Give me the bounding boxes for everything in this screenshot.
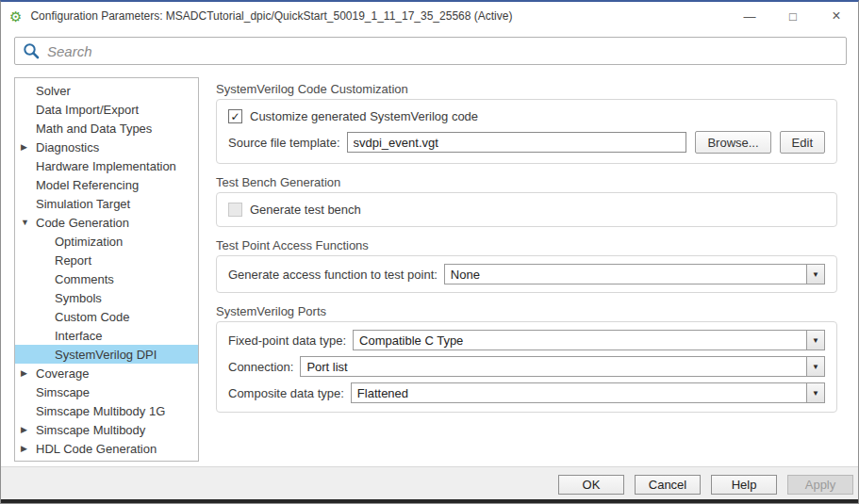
search-box[interactable] (14, 37, 847, 65)
main-panel: SystemVerilog Code Customization ✓ Custo… (216, 77, 837, 413)
sidebar-item-label: Data Import/Export (34, 103, 139, 117)
chevron-down-icon[interactable]: ▼ (806, 265, 824, 284)
sidebar-item-solver[interactable]: Solver (15, 81, 198, 100)
section-title-test-point-access: Test Point Access Functions (216, 238, 837, 252)
search-icon (23, 42, 40, 59)
test-point-dropdown-value: None (445, 265, 806, 284)
fixed-point-row: Fixed-point data type: Compatible C Type… (228, 330, 825, 350)
sidebar-item-diagnostics[interactable]: ▶Diagnostics (15, 138, 198, 156)
edit-button[interactable]: Edit (780, 131, 825, 154)
source-template-input[interactable] (347, 132, 687, 153)
chevron-collapsed-icon[interactable]: ▶ (19, 142, 34, 152)
apply-button: Apply (787, 475, 853, 495)
sidebar-item-label: Simscape (34, 385, 90, 399)
sidebar-item-label: Interface (53, 329, 103, 343)
generate-test-bench-label: Generate test bench (250, 203, 361, 217)
sidebar-item-data-import-export[interactable]: Data Import/Export (15, 100, 198, 119)
sidebar-tree: SolverData Import/ExportMath and Data Ty… (14, 77, 199, 462)
sidebar-item-code-generation[interactable]: ▼Code Generation (15, 213, 198, 232)
section-panel-test-bench: Generate test bench (216, 192, 837, 227)
connection-row: Connection: Port list ▼ (228, 356, 825, 377)
composite-label: Composite data type: (228, 386, 344, 400)
section-panel-test-point: Generate access function to test point: … (216, 255, 837, 293)
connection-label: Connection: (228, 360, 293, 374)
section-title-test-bench-generation: Test Bench Generation (216, 175, 837, 189)
source-template-label: Source file template: (228, 136, 340, 150)
sidebar-item-hdl-code-generation[interactable]: ▶HDL Code Generation (15, 439, 198, 458)
sidebar-item-simscape-multibody[interactable]: ▶Simscape Multibody (15, 420, 198, 439)
customize-code-label: Customize generated SystemVerilog code (250, 109, 478, 123)
sidebar-item-label: Symbols (53, 291, 102, 305)
sidebar-item-label: Custom Code (53, 310, 129, 324)
source-template-row: Source file template: Browse... Edit (228, 131, 825, 154)
app-gear-icon: ⚙ (9, 9, 22, 24)
search-input[interactable] (47, 43, 838, 59)
test-point-label: Generate access function to test point: (228, 268, 438, 282)
sidebar-item-report[interactable]: Report (15, 251, 198, 269)
chevron-collapsed-icon[interactable]: ▶ (19, 425, 34, 434)
chevron-down-icon[interactable]: ▼ (806, 383, 824, 402)
minimize-button[interactable]: — (728, 2, 771, 30)
sidebar-item-math-and-data-types[interactable]: Math and Data Types (15, 119, 198, 138)
sidebar-item-label: Simscape Multibody 1G (34, 404, 165, 418)
customize-code-row: ✓ Customize generated SystemVerilog code (228, 109, 825, 123)
chevron-collapsed-icon[interactable]: ▶ (19, 444, 34, 453)
sidebar-item-model-referencing[interactable]: Model Referencing (15, 175, 198, 194)
footer-buttons: OKCancelHelpApply (548, 475, 853, 495)
section-title-systemverilog-code-customization: SystemVerilog Code Customization (216, 82, 837, 96)
sidebar-item-simscape[interactable]: Simscape (15, 382, 198, 401)
sidebar-item-label: Hardware Implementation (34, 159, 176, 173)
sidebar-item-label: Code Generation (34, 216, 129, 230)
sidebar-item-label: Report (53, 253, 91, 268)
sidebar-item-label: Diagnostics (34, 140, 99, 154)
customize-code-checkbox[interactable]: ✓ (228, 109, 242, 123)
chevron-down-icon[interactable]: ▼ (806, 331, 824, 350)
chevron-collapsed-icon[interactable]: ▶ (19, 368, 34, 378)
sidebar-item-label: Simulation Target (34, 197, 130, 211)
window-controls: — □ × (728, 2, 858, 30)
ok-button[interactable]: OK (558, 475, 624, 495)
connection-dropdown-value: Port list (301, 357, 806, 376)
test-point-row: Generate access function to test point: … (228, 264, 825, 285)
browse-button[interactable]: Browse... (695, 131, 770, 154)
sidebar-item-label: HDL Code Generation (34, 442, 157, 456)
sidebar-item-label: Coverage (34, 366, 89, 381)
sidebar-item-interface[interactable]: Interface (15, 326, 198, 345)
sidebar-item-label: Math and Data Types (34, 122, 152, 136)
close-button[interactable]: × (815, 2, 858, 30)
chevron-expanded-icon[interactable]: ▼ (19, 218, 34, 227)
title-bar: ⚙ Configuration Parameters: MSADCTutoria… (1, 2, 858, 30)
fixed-point-dropdown-value: Compatible C Type (354, 331, 806, 350)
sidebar-item-label: Model Referencing (34, 178, 139, 192)
sidebar-item-label: Optimization (53, 235, 123, 249)
sidebar-item-simulation-target[interactable]: Simulation Target (15, 194, 198, 213)
chevron-down-icon[interactable]: ▼ (806, 357, 824, 376)
sidebar-item-coverage[interactable]: ▶Coverage (15, 364, 198, 382)
sidebar-item-optimization[interactable]: Optimization (15, 232, 198, 251)
sidebar-item-label: Comments (53, 272, 114, 286)
composite-dropdown[interactable]: Flattened ▼ (351, 382, 825, 403)
section-panel-sv-ports: Fixed-point data type: Compatible C Type… (216, 321, 837, 413)
maximize-button[interactable]: □ (771, 2, 815, 30)
composite-row: Composite data type: Flattened ▼ (228, 382, 825, 403)
sidebar-item-label: Solver (34, 84, 71, 98)
sidebar-item-comments[interactable]: Comments (15, 269, 198, 288)
footer-bar: OKCancelHelpApply (1, 466, 858, 499)
window-title: Configuration Parameters: MSADCTutorial_… (30, 9, 512, 23)
section-title-systemverilog-ports: SystemVerilog Ports (216, 304, 837, 318)
sidebar-item-symbols[interactable]: Symbols (15, 288, 198, 307)
fixed-point-dropdown[interactable]: Compatible C Type ▼ (353, 330, 825, 350)
sidebar-item-custom-code[interactable]: Custom Code (15, 307, 198, 326)
cancel-button[interactable]: Cancel (635, 475, 701, 495)
test-point-dropdown[interactable]: None ▼ (444, 264, 825, 285)
generate-test-bench-row: Generate test bench (228, 203, 825, 217)
taskbar-strip (1, 499, 858, 503)
section-panel-code-customization: ✓ Customize generated SystemVerilog code… (216, 99, 837, 164)
sidebar-item-hardware-implementation[interactable]: Hardware Implementation (15, 156, 198, 175)
sidebar-item-simscape-multibody-1g[interactable]: Simscape Multibody 1G (15, 401, 198, 420)
configuration-parameters-dialog: ⚙ Configuration Parameters: MSADCTutoria… (0, 0, 859, 504)
composite-dropdown-value: Flattened (352, 383, 806, 402)
help-button[interactable]: Help (711, 475, 777, 495)
connection-dropdown[interactable]: Port list ▼ (300, 356, 825, 377)
sidebar-item-systemverilog-dpi[interactable]: SystemVerilog DPI (15, 345, 198, 364)
